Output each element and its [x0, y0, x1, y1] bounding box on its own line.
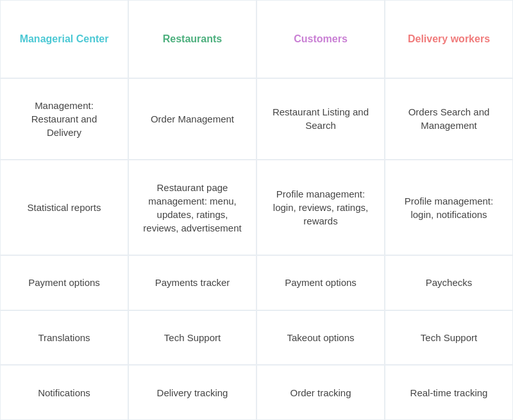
cell-r4-c4: Tech Support: [385, 310, 513, 365]
cell-r2-c4: Profile management: login, notifications: [385, 160, 513, 255]
cell-r4-c1: Translations: [0, 310, 128, 365]
cell-r2-c2: Restaurant page management: menu, update…: [128, 160, 256, 255]
header-restaurants: Restaurants: [128, 0, 256, 78]
header-delivery: Delivery workers: [385, 0, 513, 78]
cell-r3-c2: Payments tracker: [128, 255, 256, 310]
cell-r5-c4: Real-time tracking: [385, 365, 513, 420]
cell-r1-c2: Order Management: [128, 78, 256, 160]
cell-r1-c4: Orders Search and Management: [385, 78, 513, 160]
cell-r1-c1: Management: Restaurant and Delivery: [0, 78, 128, 160]
cell-r1-c3: Restaurant Listing and Search: [256, 78, 385, 160]
cell-r5-c1: Notifications: [0, 365, 128, 420]
cell-r3-c1: Payment options: [0, 255, 128, 310]
table-grid: Managerial Center Restaurants Customers …: [0, 0, 513, 420]
cell-r4-c3: Takeout options: [256, 310, 385, 365]
header-managerial: Managerial Center: [0, 0, 128, 78]
cell-r2-c1: Statistical reports: [0, 160, 128, 255]
cell-r3-c4: Paychecks: [385, 255, 513, 310]
cell-r5-c2: Delivery tracking: [128, 365, 256, 420]
header-customers: Customers: [256, 0, 385, 78]
main-table: Managerial Center Restaurants Customers …: [0, 0, 513, 420]
cell-r5-c3: Order tracking: [256, 365, 385, 420]
cell-r3-c3: Payment options: [256, 255, 385, 310]
cell-r2-c3: Profile management: login, reviews, rati…: [256, 160, 385, 255]
cell-r4-c2: Tech Support: [128, 310, 256, 365]
